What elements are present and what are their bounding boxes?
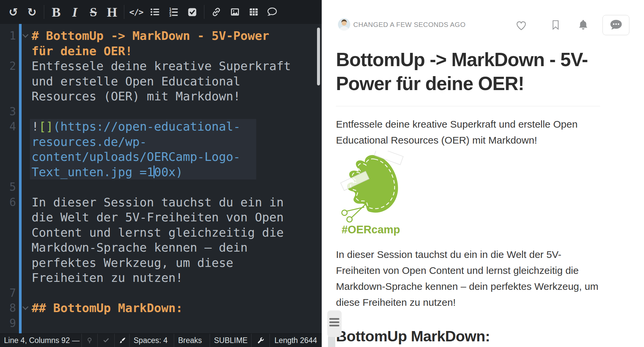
preferences-button[interactable] [252, 334, 270, 347]
code-button[interactable]: </> [127, 0, 146, 24]
code-token: # BottomUp -> MarkDown - 5V-Power [32, 29, 269, 43]
editor-code: 1# BottomUp -> MarkDown - 5V-Powerfür de… [0, 28, 322, 333]
code-token: In dieser Session tauchst du ein in [32, 195, 284, 209]
code-row-line-1[interactable]: 1# BottomUp -> MarkDown - 5V-Power [0, 28, 322, 44]
comments-button[interactable] [602, 15, 629, 35]
code-text: **Verwahren & Vervielfältigen** [32, 331, 255, 333]
preview-scrollbar[interactable] [328, 336, 335, 347]
editor-scrollbar[interactable] [317, 28, 320, 85]
intro-paragraph: Entfessele deine kreative Superkraft und… [336, 116, 600, 148]
svg-text:3: 3 [169, 14, 171, 17]
spellcheck-indicator[interactable] [98, 334, 115, 347]
table-button[interactable] [244, 0, 263, 24]
split-resize-handle[interactable] [327, 310, 342, 337]
ordered-list-button[interactable]: 123 [164, 0, 183, 24]
code-row-line-6[interactable]: die Welt der 5V-Freiheiten von Open [0, 210, 322, 225]
code-row-line-5[interactable]: 5 [0, 179, 322, 195]
code-token: Freiheiten zu nutzen! [32, 271, 183, 285]
code-token: Content und lernst gleichzeitig die [32, 226, 284, 239]
code-text: Freiheiten zu nutzen! [32, 270, 183, 286]
code-text: In dieser Session tauchst du ein in [32, 195, 284, 210]
fold-chevron-icon[interactable] [22, 32, 28, 38]
line-number: 10 [0, 331, 16, 333]
line-number: 8 [0, 300, 16, 316]
linebreak-setting[interactable]: Breaks [174, 334, 210, 347]
line-number: 1 [0, 28, 16, 44]
image-button[interactable] [226, 0, 244, 24]
code-text: perfektes Werkzeug, um diese [32, 255, 233, 271]
code-row-line-10[interactable]: 10**Verwahren & Vervielfältigen** [0, 331, 322, 333]
title-divider [336, 106, 600, 106]
rendered-markdown: BottomUp -> MarkDown - 5V-Power für dein… [336, 0, 600, 347]
bold-button[interactable]: B [47, 0, 65, 24]
oercamp-logo-image: #OERcamp [336, 151, 406, 236]
doc-length: Length 2644 [270, 334, 322, 347]
code-token: Markdown-Sprache kennen – dein [32, 241, 248, 254]
code-text: die Welt der 5V-Freiheiten von Open [32, 210, 284, 225]
heading-button[interactable]: H [103, 0, 121, 24]
logo-caption: #OERcamp [336, 223, 406, 236]
unordered-list-button[interactable] [146, 0, 164, 24]
code-row-line-6[interactable]: perfektes Werkzeug, um diese [0, 255, 322, 271]
code-row-line-4[interactable]: 4![](https://open-educational- [0, 119, 322, 134]
code-row-line-9[interactable]: 9 [0, 316, 322, 331]
toolbar-divider [204, 5, 204, 19]
code-row-line-4[interactable]: content/uploads/OERCamp-Logo- [0, 149, 322, 165]
toolbar-divider [44, 5, 44, 19]
italic-button[interactable]: I [65, 0, 84, 24]
code-token: die Welt der 5V-Freiheiten von Open [32, 210, 284, 224]
code-row-line-6[interactable]: 6In dieser Session tauchst du ein in [0, 195, 322, 210]
redo-button[interactable]: ↻ [23, 0, 41, 24]
code-row-line-4[interactable]: Text_unten.jpg =100x) [0, 165, 322, 180]
code-row-line-6[interactable]: Freiheiten zu nutzen! [0, 270, 322, 286]
fold-chevron-icon[interactable] [22, 304, 28, 310]
preview-pane: CHANGED A FEW SECONDS AGO BottomUp -> Ma… [322, 0, 644, 347]
section-heading: BottomUp MarkDown: [336, 328, 600, 347]
code-token: content/uploads/OERCamp-Logo- [32, 150, 241, 164]
comment-button[interactable] [263, 0, 281, 24]
session-paragraph: In dieser Session tauchst du ein in die … [336, 247, 600, 310]
code-editor[interactable]: 1# BottomUp -> MarkDown - 5V-Powerfür de… [0, 24, 322, 333]
spaces-setting[interactable]: Spaces: 4 [130, 334, 174, 347]
code-row-line-1[interactable]: für deine OER! [0, 44, 322, 59]
code-row-line-4[interactable]: resources.de/wp- [0, 134, 322, 150]
code-token: Resources (OER) mit Markdown! [32, 89, 241, 103]
code-text: Markdown-Sprache kennen – dein [32, 240, 248, 255]
doc-title: BottomUp -> MarkDown - 5V-Power für dein… [336, 48, 600, 95]
code-token: [] [39, 120, 53, 133]
line-number: 7 [0, 286, 16, 301]
code-row-line-2[interactable]: und erstelle Open Educational [0, 74, 322, 89]
undo-button[interactable]: ↺ [4, 0, 23, 24]
code-text: Resources (OER) mit Markdown! [32, 89, 241, 104]
code-row-line-3[interactable]: 3 [0, 104, 322, 119]
code-row-line-2[interactable]: 2Entfessele deine kreative Superkraft [0, 58, 322, 74]
theme-indicator[interactable] [115, 334, 130, 347]
code-text: ## BottomUp MarkDown: [32, 300, 183, 316]
code-text: resources.de/wp- [32, 134, 147, 150]
night-mode-indicator[interactable] [82, 334, 98, 347]
logo-scissors [342, 204, 366, 222]
markdown-editor-pane: ↺↻BISH</>123 1# BottomUp -> MarkDown - 5… [0, 0, 322, 347]
cursor-position: Line 4, Columns 92 — 21 [0, 334, 82, 347]
code-token: (https://open-educational- [53, 120, 241, 133]
link-button[interactable] [207, 0, 226, 24]
toolbar-divider [124, 5, 124, 19]
code-text: ![](https://open-educational- [32, 119, 241, 134]
code-row-line-6[interactable]: Markdown-Sprache kennen – dein [0, 240, 322, 255]
code-token: und erstelle Open Educational [32, 74, 241, 88]
keymap-setting[interactable]: SUBLIME [210, 334, 252, 347]
code-text: content/uploads/OERCamp-Logo- [32, 149, 241, 165]
strikethrough-button[interactable]: S [84, 0, 103, 24]
code-row-line-6[interactable]: Content und lernst gleichzeitig die [0, 225, 322, 240]
line-number: 5 [0, 179, 16, 195]
code-row-line-2[interactable]: Resources (OER) mit Markdown! [0, 89, 322, 104]
code-row-line-7[interactable]: 7 [0, 286, 322, 301]
checklist-button[interactable] [183, 0, 201, 24]
code-text: # BottomUp -> MarkDown - 5V-Power [32, 28, 269, 44]
code-text: für deine OER! [32, 44, 132, 59]
code-token: für deine OER! [32, 44, 132, 58]
line-number: 6 [0, 195, 16, 210]
code-row-line-8[interactable]: 8## BottomUp MarkDown: [0, 300, 322, 316]
code-text: Text_unten.jpg =100x) [32, 165, 183, 180]
code-text: Content und lernst gleichzeitig die [32, 225, 284, 240]
